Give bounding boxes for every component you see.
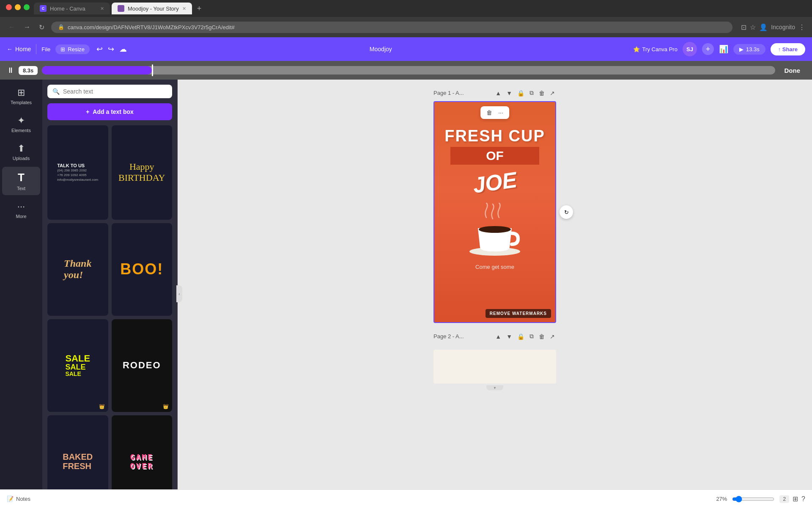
help-button[interactable]: ? bbox=[801, 495, 805, 503]
search-input[interactable] bbox=[63, 88, 167, 95]
sale-line-3: SALE bbox=[65, 371, 81, 377]
sample-sale[interactable]: SALE SALE SALE 👑 bbox=[47, 319, 108, 412]
canvas-toolbar: 🗑 ··· bbox=[480, 106, 509, 119]
page1-down-button[interactable]: ▼ bbox=[505, 88, 513, 98]
tab-close-moodjoy[interactable]: ✕ bbox=[182, 6, 186, 11]
done-button[interactable]: Done bbox=[779, 65, 806, 76]
crown-badge-sale: 👑 bbox=[99, 404, 105, 409]
new-tab-button[interactable]: + bbox=[194, 3, 205, 15]
sidebar-item-uploads[interactable]: ⬆ Uploads bbox=[2, 139, 40, 165]
bottom-bar: 📝 Notes 27% 2 ⊞ ? bbox=[0, 489, 812, 508]
window-minimize[interactable] bbox=[15, 4, 21, 10]
text-panel: 🔍 + Add a text box TALK TO US (04) 298 3… bbox=[42, 80, 178, 508]
file-menu-button[interactable]: File bbox=[41, 46, 50, 52]
uploads-label: Uploads bbox=[13, 156, 30, 161]
tab-moodjoy[interactable]: Moodjoy - Your Story ✕ bbox=[112, 3, 192, 14]
avatar-initials: SJ bbox=[686, 46, 693, 52]
timeline-progress bbox=[42, 66, 152, 75]
coffee-title-line1: FRESH CUP bbox=[444, 127, 545, 145]
add-textbox-label: Add a text box bbox=[93, 108, 133, 115]
add-team-button[interactable]: + bbox=[702, 43, 714, 55]
page2-share-button[interactable]: ↗ bbox=[549, 332, 556, 341]
zoom-slider[interactable] bbox=[732, 496, 774, 502]
add-textbox-button[interactable]: + Add a text box bbox=[47, 103, 172, 120]
window-maximize[interactable] bbox=[24, 4, 30, 10]
canvas-more-button[interactable]: ··· bbox=[497, 108, 505, 117]
sample-talk-to-us[interactable]: TALK TO US (04) 298 3985 2092+76 209 109… bbox=[47, 125, 108, 220]
tab-home-canva[interactable]: C Home - Canva ✕ bbox=[34, 3, 110, 14]
done-label: Done bbox=[785, 67, 801, 74]
try-pro-button[interactable]: ⭐ Try Canva Pro bbox=[633, 46, 678, 52]
play-button[interactable]: ▶ 13.3s bbox=[733, 44, 765, 55]
sidebar-item-templates[interactable]: ⊞ Templates bbox=[2, 83, 40, 109]
search-input-wrap[interactable]: 🔍 bbox=[47, 85, 172, 98]
resize-button[interactable]: ⊞ Resize bbox=[55, 44, 90, 54]
user-avatar-button[interactable]: SJ bbox=[683, 42, 697, 56]
save-icon[interactable]: ☁ bbox=[118, 43, 129, 55]
collapse-button[interactable]: ▼ bbox=[486, 385, 503, 390]
grid-view-button[interactable]: ⊞ bbox=[793, 495, 798, 503]
page2-canvas[interactable] bbox=[433, 350, 556, 384]
text-samples-grid: TALK TO US (04) 298 3985 2092+76 209 109… bbox=[42, 125, 177, 508]
sample-happy-birthday[interactable]: HappyBIRTHDAY bbox=[112, 125, 173, 220]
page1-canvas[interactable]: 🗑 ··· FRESH CUP OF JOE bbox=[433, 101, 556, 323]
back-to-home-button[interactable]: ← Home bbox=[7, 46, 31, 52]
talk-to-us-content: TALK TO US (04) 298 3985 2092+76 209 109… bbox=[54, 160, 102, 186]
timeline-bar: ⏸ 8.3s Done bbox=[0, 61, 812, 80]
redo-button[interactable]: ↪ bbox=[106, 43, 116, 55]
page1-controls: ▲ ▼ 🔒 ⧉ 🗑 ↗ bbox=[494, 88, 556, 98]
cast-icon[interactable]: ⊡ bbox=[741, 23, 746, 31]
page2-up-button[interactable]: ▲ bbox=[494, 332, 502, 341]
resize-label: Resize bbox=[68, 46, 85, 52]
window-close[interactable] bbox=[6, 4, 12, 10]
refresh-canvas-button[interactable]: ↻ bbox=[560, 205, 573, 219]
canvas-delete-button[interactable]: 🗑 bbox=[485, 108, 494, 117]
templates-icon: ⊞ bbox=[17, 87, 25, 98]
hide-panel-button[interactable]: ‹ bbox=[176, 285, 182, 302]
analytics-button[interactable]: 📊 bbox=[719, 44, 728, 54]
page2-delete-button[interactable]: 🗑 bbox=[538, 332, 546, 341]
notes-icon: 📝 bbox=[7, 496, 14, 502]
sidebar-item-elements[interactable]: ✦ Elements bbox=[2, 111, 40, 137]
timeline-cursor[interactable] bbox=[152, 64, 153, 76]
watermark-label: REMOVE WATERMARKS bbox=[490, 311, 547, 316]
page2-duplicate-button[interactable]: ⧉ bbox=[528, 331, 535, 341]
sidebar-item-text[interactable]: T Text bbox=[2, 167, 40, 195]
tab-moodjoy-label: Moodjoy - Your Story bbox=[128, 6, 179, 12]
address-bar[interactable]: 🔒 canva.com/design/DAFNVetRTV8/J1WoMZtkP… bbox=[51, 22, 732, 33]
sample-boo[interactable]: BOO! bbox=[112, 223, 173, 316]
pause-button[interactable]: ⏸ bbox=[7, 66, 14, 75]
happy-birthday-text: HappyBIRTHDAY bbox=[118, 161, 165, 184]
page1-duplicate-button[interactable]: ⧉ bbox=[528, 88, 535, 98]
header-divider bbox=[36, 44, 36, 54]
menu-icon[interactable]: ⋮ bbox=[798, 23, 805, 31]
coffee-joe-text: JOE bbox=[471, 167, 518, 198]
back-arrow-icon: ← bbox=[7, 46, 13, 52]
timeline-track[interactable] bbox=[42, 66, 775, 75]
forward-button[interactable]: → bbox=[22, 22, 32, 33]
page2-lock-button[interactable]: 🔒 bbox=[516, 332, 526, 341]
remove-watermarks-button[interactable]: REMOVE WATERMARKS bbox=[486, 309, 551, 318]
coffee-of-highlight: OF bbox=[450, 147, 539, 165]
notes-button[interactable]: 📝 Notes bbox=[7, 496, 30, 502]
tab-close-home[interactable]: ✕ bbox=[100, 6, 104, 11]
page1-lock-button[interactable]: 🔒 bbox=[516, 88, 526, 98]
page1-share-button[interactable]: ↗ bbox=[549, 88, 556, 98]
page1-delete-button[interactable]: 🗑 bbox=[538, 88, 546, 98]
undo-button[interactable]: ↩ bbox=[95, 43, 104, 55]
profile-icon[interactable]: 👤 bbox=[759, 23, 768, 31]
sample-thank-you[interactable]: Thankyou! bbox=[47, 223, 108, 316]
share-button[interactable]: ↑ Share bbox=[771, 43, 805, 55]
back-button[interactable]: ← bbox=[7, 22, 17, 33]
more-label: More bbox=[16, 214, 26, 219]
search-icon: 🔍 bbox=[52, 88, 60, 95]
reload-button[interactable]: ↻ bbox=[37, 22, 46, 33]
sample-rodeo[interactable]: RODEO 👑 bbox=[112, 319, 173, 412]
page1-up-button[interactable]: ▲ bbox=[494, 88, 502, 98]
page1-wrapper: 🗑 ··· FRESH CUP OF JOE bbox=[433, 101, 556, 323]
address-text: canva.com/design/DAFNVetRTV8/J1WoMZtkPXc… bbox=[68, 24, 235, 30]
star-icon[interactable]: ☆ bbox=[750, 23, 756, 31]
sidebar-item-more[interactable]: ··· More bbox=[2, 197, 40, 223]
page2-down-button[interactable]: ▼ bbox=[505, 332, 513, 341]
zoom-level: 27% bbox=[716, 496, 727, 502]
